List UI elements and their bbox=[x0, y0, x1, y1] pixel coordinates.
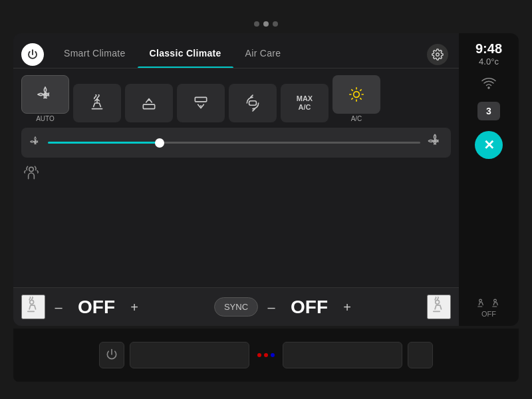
svg-point-3 bbox=[148, 100, 150, 101]
fan-slider-thumb[interactable] bbox=[155, 138, 164, 148]
svg-line-14 bbox=[360, 89, 361, 90]
recirculate-button[interactable] bbox=[229, 84, 277, 122]
rear-vent-off-label: OFF bbox=[481, 310, 496, 318]
vent-feet-button[interactable] bbox=[177, 84, 225, 122]
fan-speed-row bbox=[21, 128, 451, 158]
bezel-top-dots bbox=[13, 17, 519, 31]
fan-icon-large bbox=[427, 133, 443, 152]
right-seat-heat-button[interactable] bbox=[427, 295, 451, 319]
tab-classic-climate[interactable]: Classic Climate bbox=[138, 41, 233, 68]
indicator-red-2 bbox=[264, 353, 268, 357]
svg-point-7 bbox=[354, 92, 360, 98]
settings-button[interactable] bbox=[427, 44, 448, 65]
auto-mode-wrapper: AUTO bbox=[21, 75, 69, 122]
seat-heat-button[interactable] bbox=[73, 84, 121, 122]
controls-area: AUTO bbox=[13, 68, 459, 287]
svg-rect-4 bbox=[195, 97, 206, 102]
temperature-row: – OFF + SYNC – OFF + bbox=[13, 287, 459, 326]
close-icon: ✕ bbox=[483, 137, 495, 153]
svg-line-15 bbox=[351, 98, 352, 99]
car-infotainment-system: Smart Climate Classic Climate Air Care bbox=[0, 0, 532, 399]
left-temp-value: OFF bbox=[73, 297, 120, 318]
current-time: 9:48 bbox=[475, 41, 502, 57]
indicator-red-1 bbox=[257, 353, 261, 357]
ac-button[interactable] bbox=[332, 75, 380, 114]
rear-heat-icon bbox=[21, 164, 41, 185]
right-temp-increase[interactable]: + bbox=[338, 301, 356, 314]
left-seat-heat-button[interactable] bbox=[21, 295, 45, 319]
sync-button[interactable]: SYNC bbox=[214, 297, 258, 317]
tab-smart-climate[interactable]: Smart Climate bbox=[52, 41, 138, 68]
heating-row bbox=[21, 163, 451, 186]
svg-point-21 bbox=[488, 87, 489, 88]
tab-bar: Smart Climate Classic Climate Air Care bbox=[13, 33, 459, 68]
fan-speed-slider[interactable] bbox=[48, 142, 420, 144]
close-button[interactable]: ✕ bbox=[475, 131, 503, 159]
svg-point-19 bbox=[30, 300, 34, 304]
rear-vent-icons: OFF bbox=[475, 297, 502, 318]
power-button[interactable] bbox=[21, 43, 44, 66]
right-panel: 9:48 4.0°c 3 ✕ bbox=[459, 33, 519, 326]
svg-point-0 bbox=[436, 53, 440, 57]
outside-temperature: 4.0°c bbox=[475, 57, 502, 66]
svg-point-22 bbox=[479, 299, 482, 302]
climate-panel: Smart Climate Classic Climate Air Care bbox=[13, 33, 459, 326]
left-temp-control: – OFF + bbox=[49, 297, 210, 318]
ac-wrapper: A/C bbox=[332, 75, 380, 122]
ac-label: A/C bbox=[351, 115, 362, 122]
max-ac-button[interactable]: MAXA/C bbox=[281, 84, 329, 122]
time-display: 9:48 4.0°c bbox=[475, 41, 502, 66]
fan-level-badge: 3 bbox=[477, 102, 500, 120]
vent-face-button[interactable] bbox=[125, 84, 173, 122]
max-ac-label: MAXA/C bbox=[297, 94, 313, 112]
dot-3 bbox=[273, 21, 278, 27]
physical-extra-button[interactable] bbox=[408, 342, 433, 368]
svg-point-5 bbox=[200, 105, 201, 106]
indicator-blue bbox=[271, 353, 275, 357]
connectivity-icon bbox=[481, 74, 497, 94]
svg-line-13 bbox=[360, 98, 361, 99]
right-temp-decrease[interactable]: – bbox=[262, 301, 281, 314]
svg-point-16 bbox=[35, 140, 37, 142]
tabs-container: Smart Climate Classic Climate Air Care bbox=[52, 41, 424, 68]
right-temp-control: – OFF + bbox=[262, 297, 423, 318]
dot-1 bbox=[254, 21, 259, 27]
left-temp-decrease[interactable]: – bbox=[49, 301, 68, 314]
svg-point-20 bbox=[436, 300, 440, 304]
rear-vent-icons-row bbox=[475, 297, 502, 309]
physical-right-knob[interactable] bbox=[283, 342, 402, 368]
svg-point-18 bbox=[29, 167, 34, 172]
svg-point-23 bbox=[494, 299, 497, 302]
fan-icon-small bbox=[29, 136, 41, 150]
indicator-lights bbox=[255, 353, 277, 357]
physical-power-button[interactable] bbox=[99, 342, 124, 368]
physical-left-knob[interactable] bbox=[130, 342, 249, 368]
svg-rect-6 bbox=[249, 101, 257, 106]
left-temp-increase[interactable]: + bbox=[125, 301, 144, 314]
auto-fan-button[interactable] bbox=[21, 75, 69, 114]
main-screen: Smart Climate Classic Climate Air Care bbox=[13, 33, 519, 326]
right-temp-value: OFF bbox=[286, 297, 332, 318]
auto-label: AUTO bbox=[36, 115, 55, 122]
tab-air-care[interactable]: Air Care bbox=[233, 41, 293, 68]
svg-point-17 bbox=[434, 140, 436, 142]
dot-2 bbox=[263, 21, 269, 27]
svg-rect-2 bbox=[143, 104, 154, 109]
svg-line-12 bbox=[351, 89, 352, 90]
mode-buttons-row: AUTO bbox=[21, 75, 451, 122]
physical-controls bbox=[13, 329, 519, 382]
